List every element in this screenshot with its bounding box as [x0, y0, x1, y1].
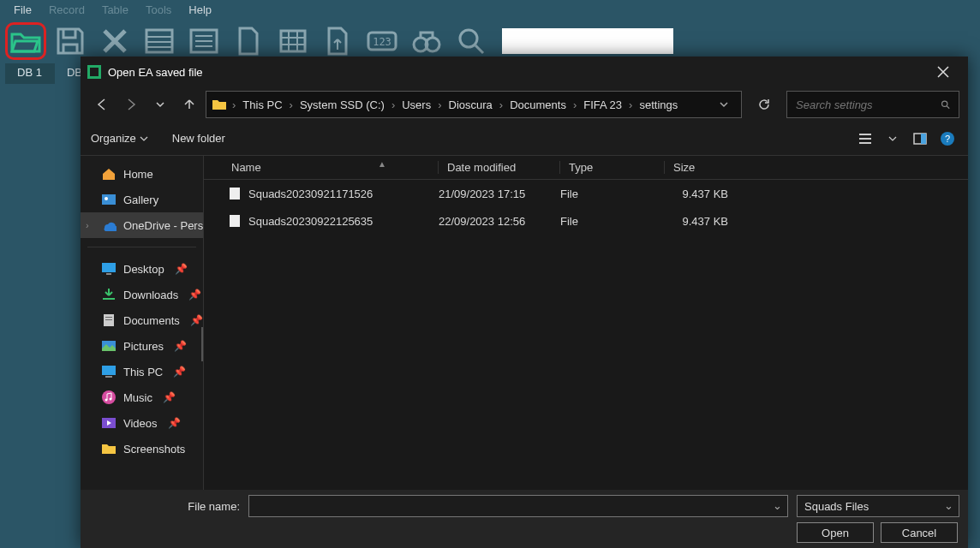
breadcrumb-item[interactable]: System SSD (C:)	[298, 98, 386, 111]
menu-tools[interactable]: Tools	[137, 2, 180, 18]
file-open-dialog: Open EA saved file › This PC › System SS…	[81, 57, 968, 548]
number-icon[interactable]: 123	[362, 22, 403, 60]
folder-icon	[101, 441, 117, 456]
sidebar-pictures[interactable]: Pictures📌	[81, 333, 203, 359]
toolbar-search-input[interactable]	[502, 28, 673, 54]
breadcrumb-item[interactable]: Dioscura	[447, 98, 494, 111]
dialog-title: Open EA saved file	[108, 66, 203, 79]
binoculars-icon[interactable]	[406, 22, 447, 60]
search-box[interactable]	[786, 91, 959, 118]
close-x-icon[interactable]	[94, 22, 135, 60]
sidebar-gallery[interactable]: Gallery	[81, 187, 203, 212]
file-list-pane: Name▲ Date modified Type Size Squads2023…	[204, 156, 968, 490]
organize-button[interactable]: Organize	[89, 128, 150, 148]
chevron-right-icon: ›	[230, 98, 237, 111]
dialog-footer: File name: ⌄ Squads Files⌄ Open Cancel	[81, 490, 968, 548]
svg-point-40	[102, 390, 116, 404]
chevron-down-icon: ⌄	[944, 499, 953, 512]
nav-forward-button[interactable]	[118, 92, 144, 117]
svg-line-18	[475, 45, 483, 53]
svg-point-31	[105, 197, 108, 200]
form-icon[interactable]	[139, 22, 180, 60]
dialog-toolbar: Organize New folder ?	[81, 122, 968, 156]
sidebar-documents[interactable]: Documents📌	[81, 307, 203, 333]
dialog-titlebar: Open EA saved file	[81, 57, 968, 87]
svg-point-17	[460, 30, 477, 47]
preview-pane-button[interactable]	[908, 127, 932, 151]
view-dropdown-button[interactable]	[881, 127, 905, 151]
file-row[interactable]: Squads20230922125635 22/09/2023 12:56 Fi…	[204, 207, 968, 235]
breadcrumb-item[interactable]: Users	[400, 98, 433, 111]
sidebar-screenshots[interactable]: Screenshots	[81, 436, 203, 462]
nav-recent-button[interactable]	[147, 92, 173, 117]
address-bar[interactable]: › This PC › System SSD (C:) › Users › Di…	[206, 91, 742, 118]
column-date[interactable]: Date modified	[439, 161, 560, 174]
file-icon	[228, 214, 242, 228]
column-type[interactable]: Type	[560, 161, 665, 174]
sidebar-videos[interactable]: Videos📌	[81, 410, 203, 436]
db-tab-1[interactable]: DB 1	[5, 63, 55, 84]
dialog-close-button[interactable]	[925, 58, 961, 86]
breadcrumb-item[interactable]: Documents	[508, 98, 568, 111]
file-icon	[228, 187, 242, 200]
dialog-app-icon	[87, 65, 101, 79]
nav-back-button[interactable]	[89, 92, 115, 117]
file-row[interactable]: Squads20230921171526 21/09/2023 17:15 Fi…	[204, 180, 968, 207]
list-icon[interactable]	[183, 22, 224, 60]
menu-help[interactable]: Help	[180, 2, 220, 18]
sidebar-downloads[interactable]: Downloads📌	[81, 282, 203, 307]
grid-icon[interactable]	[272, 22, 314, 60]
save-icon[interactable]	[50, 22, 91, 60]
breadcrumb-item[interactable]: This PC	[241, 98, 284, 111]
filetype-filter[interactable]: Squads Files⌄	[797, 495, 959, 517]
new-folder-button[interactable]: New folder	[172, 132, 225, 145]
menu-record[interactable]: Record	[40, 2, 93, 18]
breadcrumb-item[interactable]: FIFA 23	[582, 98, 624, 111]
search-icon	[941, 98, 950, 110]
music-icon	[101, 390, 117, 405]
cancel-button[interactable]: Cancel	[881, 522, 958, 543]
menu-table[interactable]: Table	[93, 2, 137, 18]
view-options-button[interactable]	[853, 127, 877, 151]
svg-rect-35	[105, 317, 112, 318]
column-name[interactable]: Name▲	[228, 161, 439, 174]
search-input[interactable]	[796, 98, 941, 111]
sidebar-scrollbar[interactable]	[201, 327, 204, 361]
search-icon[interactable]	[451, 22, 492, 60]
refresh-button[interactable]	[750, 91, 778, 118]
sidebar-thispc[interactable]: This PC📌	[81, 359, 203, 384]
downloads-icon	[101, 287, 117, 302]
filename-input[interactable]: ⌄	[248, 495, 788, 517]
folder-icon	[212, 97, 227, 112]
svg-text:?: ?	[945, 134, 950, 144]
export-icon[interactable]	[317, 22, 358, 60]
gallery-icon	[101, 192, 117, 207]
documents-icon	[101, 313, 117, 328]
help-button[interactable]: ?	[935, 127, 959, 151]
svg-rect-27	[921, 134, 926, 144]
desktop-icon	[101, 261, 117, 277]
videos-icon	[101, 415, 117, 431]
nav-up-button[interactable]	[176, 92, 202, 117]
svg-rect-23	[859, 134, 871, 135]
open-folder-icon[interactable]	[5, 22, 46, 60]
sidebar-desktop[interactable]: Desktop📌	[81, 256, 203, 282]
sidebar-music[interactable]: Music📌	[81, 384, 203, 410]
sidebar-home[interactable]: Home	[81, 161, 203, 187]
column-size[interactable]: Size	[665, 161, 733, 174]
doc-icon[interactable]	[228, 22, 269, 60]
svg-rect-45	[230, 215, 240, 227]
breadcrumb-item[interactable]: settings	[637, 98, 679, 111]
chevron-down-icon[interactable]: ⌄	[773, 499, 782, 512]
chevron-right-icon: ›	[288, 98, 295, 111]
pin-icon: 📌	[168, 417, 181, 429]
sidebar-onedrive[interactable]: ›OneDrive - Pers	[81, 212, 203, 238]
chevron-down-icon[interactable]	[719, 99, 736, 110]
filename-label: File name:	[89, 500, 240, 513]
thispc-icon	[101, 364, 117, 379]
svg-rect-32	[102, 263, 116, 272]
open-button[interactable]: Open	[797, 522, 874, 543]
pin-icon: 📌	[188, 289, 201, 301]
menu-file[interactable]: File	[5, 2, 40, 18]
svg-point-21	[942, 101, 947, 106]
